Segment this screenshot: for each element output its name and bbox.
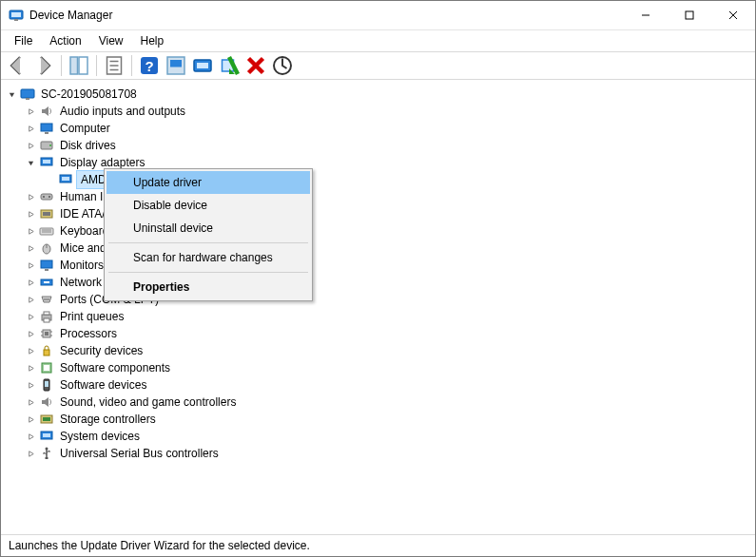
tree-item-audio[interactable]: Audio inputs and outputs: [24, 103, 751, 120]
collapse-icon[interactable]: [24, 293, 37, 306]
collapse-icon[interactable]: [24, 310, 37, 323]
tree-label: Universal Serial Bus controllers: [58, 445, 221, 462]
collapse-icon[interactable]: [24, 430, 37, 443]
collapse-icon[interactable]: [24, 105, 37, 118]
tree-item-swcomp[interactable]: Software components: [24, 359, 751, 376]
tree-item-storage[interactable]: Storage controllers: [24, 411, 751, 428]
svg-rect-44: [45, 269, 48, 271]
tree-item-swdev[interactable]: Software devices: [24, 376, 751, 394]
svg-rect-37: [43, 212, 50, 216]
menubar: File Action View Help: [1, 30, 755, 51]
context-update-driver[interactable]: Update driver: [107, 171, 310, 194]
svg-rect-2: [14, 19, 18, 21]
collapse-icon[interactable]: [24, 361, 37, 375]
menu-action[interactable]: Action: [42, 32, 88, 49]
collapse-icon[interactable]: [24, 224, 37, 238]
collapse-icon[interactable]: [24, 259, 37, 272]
tree-label: Software devices: [58, 376, 148, 394]
display-adapter-icon: [58, 172, 73, 187]
svg-rect-1: [11, 12, 21, 17]
toolbar-separator: [61, 55, 62, 76]
collapse-icon[interactable]: [24, 447, 37, 460]
properties-button[interactable]: [102, 53, 126, 78]
collapse-icon[interactable]: [24, 327, 37, 340]
tree-item-disk[interactable]: Disk drives: [24, 137, 751, 154]
collapse-icon[interactable]: [24, 122, 37, 135]
tree-label: Disk drives: [58, 137, 118, 154]
tree-root[interactable]: SC-201905081708: [5, 86, 751, 103]
uninstall-device-button[interactable]: [243, 53, 268, 78]
tree-item-processors[interactable]: Processors: [24, 325, 751, 342]
tree-item-sound[interactable]: Sound, video and game controllers: [24, 394, 751, 411]
svg-rect-46: [44, 281, 49, 283]
svg-rect-70: [46, 457, 48, 459]
cpu-icon: [39, 326, 54, 341]
component-icon: [39, 360, 54, 375]
maximize-button[interactable]: [668, 1, 711, 29]
svg-rect-61: [44, 365, 49, 371]
svg-rect-59: [44, 350, 49, 355]
svg-rect-30: [43, 160, 50, 163]
menu-help[interactable]: Help: [133, 32, 172, 49]
context-menu: Update driver Disable device Uninstall d…: [104, 168, 313, 301]
svg-rect-51: [44, 312, 49, 315]
system-icon: [39, 429, 54, 444]
expand-icon[interactable]: [24, 156, 37, 169]
svg-point-49: [48, 298, 49, 300]
collapse-icon[interactable]: [24, 378, 37, 392]
context-disable-device[interactable]: Disable device: [107, 194, 310, 217]
disable-device-button[interactable]: [217, 53, 242, 78]
context-properties[interactable]: Properties: [107, 276, 310, 298]
svg-rect-67: [43, 433, 50, 437]
scan-changes-button[interactable]: [270, 53, 295, 78]
mouse-icon: [39, 240, 54, 256]
help-button[interactable]: ?: [137, 53, 162, 78]
close-button[interactable]: [711, 1, 755, 29]
status-text: Launches the Update Driver Wizard for th…: [9, 539, 310, 552]
svg-rect-54: [45, 332, 48, 336]
tree-label: SC-201905081708: [39, 86, 139, 103]
forward-button[interactable]: [31, 53, 56, 78]
app-icon: [9, 8, 24, 23]
context-uninstall-device[interactable]: Uninstall device: [107, 217, 310, 240]
svg-rect-26: [45, 132, 48, 134]
svg-rect-24: [26, 98, 29, 100]
svg-rect-16: [170, 60, 182, 67]
collapse-icon[interactable]: [24, 276, 37, 289]
computer-icon: [20, 86, 35, 102]
tree-item-computer[interactable]: Computer: [24, 120, 751, 137]
collapse-icon[interactable]: [24, 190, 37, 203]
collapse-icon[interactable]: [24, 241, 37, 255]
controller-icon: [39, 206, 54, 221]
svg-point-35: [48, 196, 50, 198]
svg-rect-23: [21, 89, 34, 98]
update-driver-button[interactable]: [190, 53, 215, 78]
svg-rect-43: [41, 260, 52, 268]
svg-rect-52: [44, 318, 49, 322]
svg-rect-18: [197, 63, 208, 68]
window-title: Device Manager: [29, 9, 112, 22]
security-icon: [39, 343, 54, 358]
collapse-icon[interactable]: [24, 139, 37, 152]
tree-item-usb[interactable]: Universal Serial Bus controllers: [24, 445, 751, 462]
context-separator: [108, 272, 308, 273]
scan-hardware-button[interactable]: [164, 53, 188, 78]
back-button[interactable]: [5, 53, 29, 78]
tree-item-system[interactable]: System devices: [24, 428, 751, 445]
menu-file[interactable]: File: [7, 32, 40, 49]
show-hide-tree-button[interactable]: [67, 53, 91, 78]
svg-rect-33: [41, 194, 52, 200]
context-scan-hardware[interactable]: Scan for hardware changes: [107, 246, 310, 269]
tree-item-security[interactable]: Security devices: [24, 342, 751, 359]
collapse-icon[interactable]: [24, 395, 37, 409]
collapse-icon[interactable]: [24, 344, 37, 357]
content-area: SC-201905081708 Audio inputs and outputs…: [1, 80, 755, 535]
tree-item-printq[interactable]: Print queues: [24, 308, 751, 325]
expand-icon[interactable]: [5, 87, 18, 101]
collapse-icon[interactable]: [24, 207, 37, 221]
collapse-icon[interactable]: [24, 413, 37, 426]
printer-icon: [39, 309, 54, 324]
svg-rect-25: [41, 124, 52, 131]
menu-view[interactable]: View: [91, 32, 131, 49]
minimize-button[interactable]: [624, 1, 668, 29]
